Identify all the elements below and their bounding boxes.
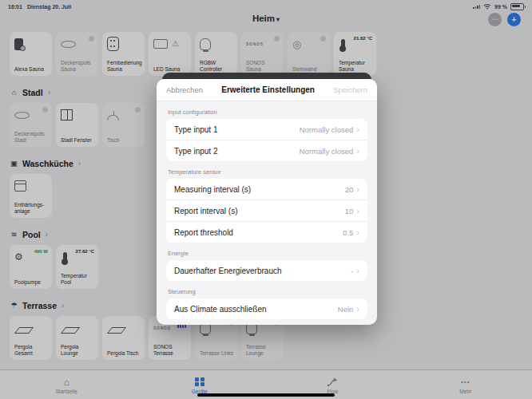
row-label: Measuring interval (s) bbox=[174, 185, 251, 194]
modal-header: Abbrechen Erweiterte Einstellungen Speic… bbox=[157, 79, 377, 101]
cancel-button[interactable]: Abbrechen bbox=[166, 85, 203, 94]
row-label: Aus Climate ausschließen bbox=[174, 305, 267, 314]
modal-body: Input configuration Type input 1 Normall… bbox=[157, 109, 377, 325]
row-value: - bbox=[351, 267, 353, 275]
row-label: Dauerhafter Energieverbrauch bbox=[174, 267, 282, 275]
group-label: Energie bbox=[168, 250, 366, 257]
settings-group: Type input 1 Normally closed› Type input… bbox=[166, 119, 367, 161]
row-value: Normally closed bbox=[300, 125, 354, 134]
chevron-right-icon: › bbox=[356, 207, 359, 215]
settings-row-type-input-1[interactable]: Type input 1 Normally closed› bbox=[166, 119, 367, 140]
modal-title: Erweiterte Einstellungen bbox=[221, 85, 315, 94]
chevron-right-icon: › bbox=[356, 267, 359, 275]
row-value: 20 bbox=[345, 185, 354, 194]
group-label: Steuerung bbox=[168, 288, 366, 295]
app-screen: 16:01 Dienstag 20. Juli 99 % Heim▾ ⋯ + A… bbox=[0, 0, 532, 399]
group-label: Temperature sensor bbox=[168, 168, 366, 176]
row-label: Type input 1 bbox=[174, 125, 217, 134]
row-value: 10 bbox=[345, 207, 354, 215]
settings-row-report-threshold[interactable]: Report threshold 0.5› bbox=[166, 221, 367, 243]
settings-row-energieverbrauch[interactable]: Dauerhafter Energieverbrauch -› bbox=[166, 260, 367, 281]
chevron-right-icon: › bbox=[356, 147, 359, 156]
row-label: Type input 2 bbox=[174, 147, 217, 156]
chevron-right-icon: › bbox=[356, 228, 359, 237]
row-value: Normally closed bbox=[300, 147, 354, 156]
row-label: Report threshold bbox=[174, 228, 233, 237]
chevron-right-icon: › bbox=[356, 185, 359, 194]
row-value: 0.5 bbox=[343, 228, 353, 237]
row-label: Report interval (s) bbox=[174, 207, 237, 215]
settings-row-type-input-2[interactable]: Type input 2 Normally closed› bbox=[166, 140, 367, 161]
settings-group: Aus Climate ausschließen Nein› bbox=[166, 298, 367, 319]
settings-row-climate-ausschliessen[interactable]: Aus Climate ausschließen Nein› bbox=[166, 298, 367, 319]
chevron-right-icon: › bbox=[356, 125, 359, 134]
settings-row-measuring-interval[interactable]: Measuring interval (s) 20› bbox=[166, 179, 367, 200]
row-value: Nein bbox=[338, 305, 354, 314]
settings-row-report-interval[interactable]: Report interval (s) 10› bbox=[166, 200, 367, 221]
group-label: Input configuration bbox=[168, 109, 366, 116]
advanced-settings-modal: Abbrechen Erweiterte Einstellungen Speic… bbox=[157, 79, 377, 325]
settings-group: Measuring interval (s) 20› Report interv… bbox=[166, 179, 367, 243]
settings-group: Dauerhafter Energieverbrauch -› bbox=[166, 260, 367, 281]
home-indicator[interactable] bbox=[197, 393, 335, 397]
save-button[interactable]: Speichern bbox=[333, 85, 367, 94]
chevron-right-icon: › bbox=[356, 305, 359, 314]
